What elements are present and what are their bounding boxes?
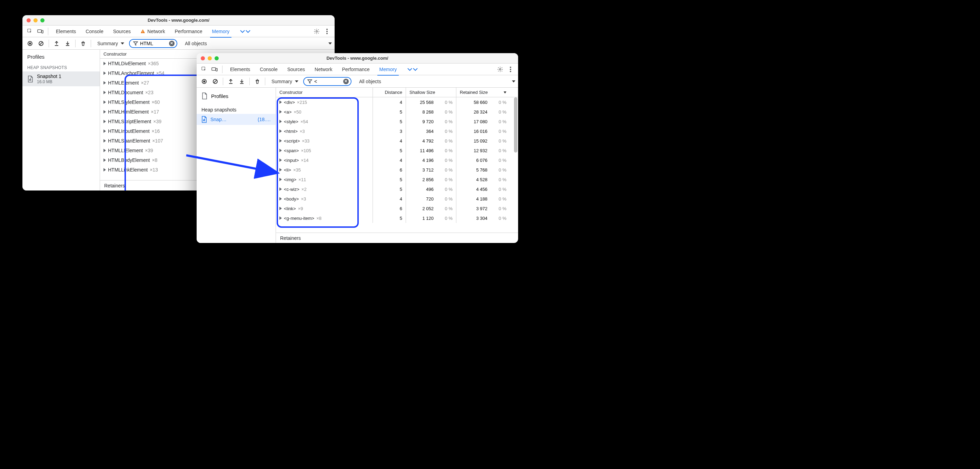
expand-icon[interactable] [103,149,106,152]
minimize-button[interactable] [33,18,38,22]
expand-icon[interactable] [279,158,282,162]
tab-memory[interactable]: Memory [207,26,235,37]
retained-col-header[interactable]: Retained Size [457,90,510,95]
expand-icon[interactable] [103,168,106,172]
more-tabs[interactable] [402,64,423,75]
table-row[interactable]: <a>×5058 2680 %28 3240 % [276,107,518,116]
table-row[interactable]: <g-menu-item>×851 1200 %3 3040 % [276,213,518,223]
distance-col-header[interactable]: Distance [373,90,406,95]
filter-input[interactable] [140,41,167,46]
expand-icon[interactable] [279,187,282,191]
instance-count: ×33 [302,139,309,144]
scrollbar[interactable] [514,97,517,153]
shallow-col-header[interactable]: Shallow Size [406,90,456,95]
expand-icon[interactable] [279,129,282,133]
snapshot-item[interactable]: Snapshot 1 16.0 MB [22,72,100,86]
expand-icon[interactable] [279,168,282,172]
filter-input[interactable] [314,79,341,84]
import-icon[interactable] [237,77,247,86]
class-filter[interactable]: ✕ [129,39,177,48]
table-row[interactable]: <html>×333640 %16 0160 % [276,126,518,136]
svg-point-23 [203,80,205,83]
expand-icon[interactable] [279,139,282,142]
record-icon[interactable] [199,77,209,86]
tab-memory[interactable]: Memory [375,64,402,75]
import-icon[interactable] [63,39,72,48]
expand-icon[interactable] [103,100,106,104]
expand-icon[interactable] [103,139,106,142]
table-row[interactable]: <style>×5459 7200 %17 0800 % [276,116,518,126]
tab-performance[interactable]: Performance [170,26,207,37]
record-icon[interactable] [25,39,35,48]
tab-elements[interactable]: Elements [51,26,81,37]
export-icon[interactable] [226,77,235,86]
panel-tabs: ElementsConsoleSourcesNetworkPerformance… [22,26,335,37]
expand-icon[interactable] [279,178,282,181]
constructor-col-header[interactable]: Constructor [100,51,130,57]
inspect-icon[interactable] [199,65,209,74]
tab-console[interactable]: Console [255,64,282,75]
tab-sources[interactable]: Sources [108,26,135,37]
expand-icon[interactable] [103,129,106,133]
expand-icon[interactable] [279,110,282,113]
settings-icon[interactable] [495,65,505,74]
expand-icon[interactable] [279,120,282,123]
settings-icon[interactable] [312,27,321,36]
tab-console[interactable]: Console [81,26,108,37]
expand-icon[interactable] [103,62,106,65]
view-dropdown[interactable]: Summary [94,39,127,48]
snapshot-item[interactable]: Snap… (18.… [197,114,275,125]
export-icon[interactable] [52,39,61,48]
gc-icon[interactable] [78,39,88,48]
tab-performance[interactable]: Performance [337,64,374,75]
inspect-icon[interactable] [25,27,35,36]
table-row[interactable]: <c-wiz>×254960 %4 4560 % [276,184,518,194]
expand-icon[interactable] [103,72,106,75]
expand-icon[interactable] [279,149,282,152]
close-button[interactable] [201,56,205,61]
table-row[interactable]: <li>×3563 7120 %5 7680 % [276,165,518,175]
gc-icon[interactable] [253,77,262,86]
device-icon[interactable] [35,27,45,36]
kebab-icon[interactable] [322,27,332,36]
expand-icon[interactable] [103,91,106,94]
expand-icon[interactable] [279,197,282,201]
table-row[interactable]: <input>×1444 1960 %6 0760 % [276,155,518,165]
expand-icon[interactable] [279,100,282,104]
zoom-button[interactable] [215,56,219,61]
objects-dropdown[interactable]: All objects [356,77,385,86]
tab-network[interactable]: Network [135,26,170,37]
device-icon[interactable] [210,65,220,74]
objects-dropdown[interactable]: All objects [181,39,210,48]
tab-sources[interactable]: Sources [283,64,310,75]
more-tabs[interactable] [235,26,256,37]
clear-icon[interactable] [36,39,46,48]
view-dropdown[interactable]: Summary [268,77,302,86]
kebab-icon[interactable] [506,65,515,74]
panel-tabs: ElementsConsoleSourcesNetworkPerformance… [197,64,518,75]
clear-filter-icon[interactable]: ✕ [343,79,349,84]
table-row[interactable]: <img>×1152 8560 %4 5280 % [276,175,518,184]
retainers-panel[interactable]: Retainers [276,233,518,243]
expand-icon[interactable] [279,207,282,210]
clear-filter-icon[interactable]: ✕ [169,41,175,46]
table-row[interactable]: <link>×962 0520 %3 9720 % [276,204,518,213]
table-row[interactable]: <div>×215425 5680 %58 6600 % [276,97,518,107]
svg-point-5 [316,30,318,32]
expand-icon[interactable] [279,216,282,220]
table-row[interactable]: <body>×347200 %4 1880 % [276,194,518,204]
tab-network[interactable]: Network [310,64,337,75]
table-row[interactable]: <script>×3344 7920 %15 0920 % [276,136,518,146]
tab-elements[interactable]: Elements [225,64,255,75]
table-row[interactable]: <span>×105511 4960 %12 9320 % [276,146,518,155]
expand-icon[interactable] [103,81,106,85]
expand-icon[interactable] [103,120,106,123]
minimize-button[interactable] [208,56,212,61]
zoom-button[interactable] [40,18,45,22]
expand-icon[interactable] [103,158,106,162]
constructor-col-header[interactable]: Constructor [276,90,372,95]
class-filter[interactable]: ✕ [303,77,352,86]
close-button[interactable] [27,18,31,22]
clear-icon[interactable] [210,77,220,86]
expand-icon[interactable] [103,110,106,113]
